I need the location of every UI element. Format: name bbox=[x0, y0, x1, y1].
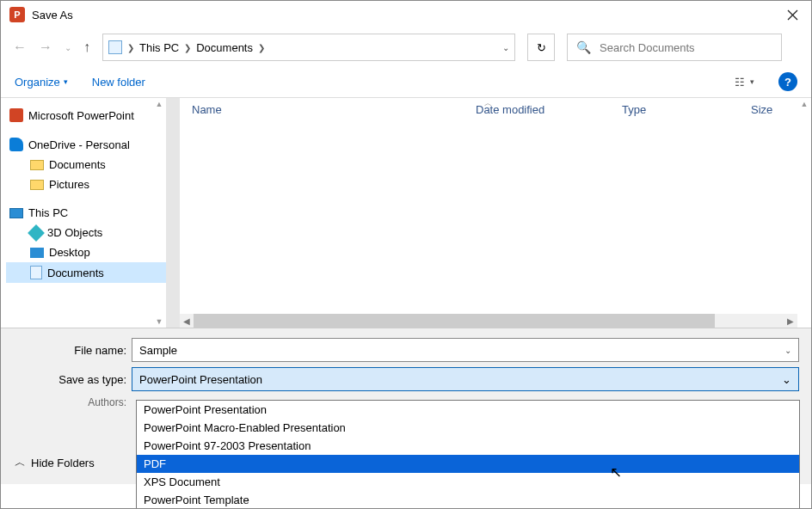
chevron-down-icon: ▾ bbox=[64, 77, 68, 86]
type-option-pdf[interactable]: PDF bbox=[137, 455, 799, 473]
save-as-type-select[interactable]: PowerPoint Presentation ⌄ bbox=[132, 367, 799, 391]
folder-tree-sidebar: ▲▼ Microsoft PowerPoint OneDrive - Perso… bbox=[1, 98, 166, 328]
type-option-pptm[interactable]: PowerPoint Macro-Enabled Presentation bbox=[137, 419, 799, 437]
refresh-icon: ↻ bbox=[537, 41, 546, 54]
onedrive-icon bbox=[9, 138, 23, 151]
refresh-button[interactable]: ↻ bbox=[527, 34, 555, 61]
column-header-size[interactable]: Size bbox=[751, 103, 803, 116]
folder-icon bbox=[30, 160, 44, 170]
column-header-type[interactable]: Type bbox=[622, 103, 751, 116]
hscroll-thumb[interactable] bbox=[194, 314, 715, 328]
location-icon bbox=[108, 40, 122, 54]
type-option-ppt97[interactable]: PowerPoint 97-2003 Presentation bbox=[137, 437, 799, 455]
type-option-template[interactable]: PowerPoint Template bbox=[137, 491, 799, 509]
chevron-down-icon: ▾ bbox=[750, 77, 754, 86]
authors-label: Authors: bbox=[1, 396, 132, 408]
file-list-pane: ▲ ︿ Name Date modified Type Size ◀ ▶ bbox=[166, 98, 811, 328]
filename-label: File name: bbox=[1, 344, 132, 357]
column-header-date[interactable]: Date modified bbox=[476, 103, 622, 116]
tree-item-powerpoint[interactable]: Microsoft PowerPoint bbox=[6, 105, 166, 126]
view-list-icon: ☷ bbox=[735, 76, 745, 89]
save-as-type-label: Save as type: bbox=[1, 373, 132, 386]
powerpoint-app-icon: P bbox=[9, 7, 25, 22]
chevron-down-icon[interactable]: ⌄ bbox=[782, 373, 791, 386]
filepane-hscroll[interactable]: ◀ ▶ bbox=[180, 314, 797, 328]
thispc-icon bbox=[9, 208, 23, 218]
breadcrumb-dropdown-icon[interactable]: ⌄ bbox=[502, 43, 509, 52]
breadcrumb-thispc[interactable]: This PC bbox=[139, 41, 179, 54]
filename-input[interactable]: Sample ⌄ bbox=[132, 338, 799, 362]
close-icon bbox=[787, 9, 798, 21]
tree-item-onedrive[interactable]: OneDrive - Personal bbox=[6, 134, 166, 155]
scroll-up-icon[interactable]: ▲ bbox=[156, 100, 163, 108]
3dobjects-icon bbox=[28, 224, 45, 242]
chevron-up-icon: ︿ bbox=[15, 455, 26, 470]
search-input[interactable]: 🔍 Search Documents bbox=[567, 34, 782, 61]
tree-item-onedrive-pictures[interactable]: Pictures bbox=[6, 175, 166, 194]
sort-indicator-icon: ︿ bbox=[484, 98, 492, 109]
help-button[interactable]: ? bbox=[778, 72, 797, 91]
type-option-xps[interactable]: XPS Document bbox=[137, 473, 799, 491]
nav-forward-button[interactable]: → bbox=[39, 40, 52, 55]
documents-icon bbox=[30, 266, 42, 279]
window-title: Save As bbox=[32, 9, 773, 21]
chevron-right-icon[interactable]: ❯ bbox=[184, 43, 191, 52]
scroll-right-icon[interactable]: ▶ bbox=[784, 316, 797, 326]
tree-item-desktop[interactable]: Desktop bbox=[6, 242, 166, 262]
search-placeholder: Search Documents bbox=[600, 41, 695, 54]
close-button[interactable] bbox=[773, 1, 811, 28]
tree-item-3dobjects[interactable]: 3D Objects bbox=[6, 223, 166, 242]
column-header-name[interactable]: Name bbox=[192, 103, 476, 116]
nav-up-button[interactable]: ↑ bbox=[83, 40, 90, 55]
chevron-down-icon[interactable]: ⌄ bbox=[784, 346, 791, 355]
view-options-button[interactable]: ☷▾ bbox=[735, 76, 754, 89]
tree-item-onedrive-documents[interactable]: Documents bbox=[6, 155, 166, 175]
scroll-left-icon[interactable]: ◀ bbox=[180, 316, 194, 326]
nav-recent-button[interactable]: ⌄ bbox=[65, 43, 71, 52]
chevron-right-icon[interactable]: ❯ bbox=[127, 43, 134, 52]
folder-icon bbox=[30, 180, 44, 190]
save-as-type-dropdown: PowerPoint Presentation PowerPoint Macro… bbox=[136, 400, 800, 509]
scroll-down-icon[interactable]: ▼ bbox=[156, 317, 163, 326]
chevron-right-icon[interactable]: ❯ bbox=[258, 43, 265, 52]
filepane-vscroll[interactable]: ▲ bbox=[797, 98, 811, 328]
breadcrumb-documents[interactable]: Documents bbox=[196, 41, 253, 54]
sidebar-scrollbar[interactable]: ▲▼ bbox=[152, 98, 166, 328]
type-option-ppt[interactable]: PowerPoint Presentation bbox=[137, 401, 799, 419]
filename-value: Sample bbox=[139, 344, 177, 357]
desktop-icon bbox=[30, 248, 44, 258]
nav-back-button[interactable]: ← bbox=[13, 40, 27, 55]
tree-item-thispc[interactable]: This PC bbox=[6, 203, 166, 223]
search-icon: 🔍 bbox=[576, 40, 591, 54]
save-as-type-value: PowerPoint Presentation bbox=[139, 373, 262, 386]
hide-folders-button[interactable]: ︿ Hide Folders bbox=[15, 455, 95, 470]
new-folder-button[interactable]: New folder bbox=[92, 76, 145, 89]
tree-item-documents[interactable]: Documents bbox=[6, 262, 166, 283]
powerpoint-icon bbox=[9, 108, 23, 122]
pane-splitter[interactable] bbox=[166, 98, 180, 328]
organize-button[interactable]: Organize▾ bbox=[15, 76, 68, 89]
breadcrumb-bar[interactable]: ❯ This PC ❯ Documents ❯ ⌄ bbox=[102, 34, 515, 61]
